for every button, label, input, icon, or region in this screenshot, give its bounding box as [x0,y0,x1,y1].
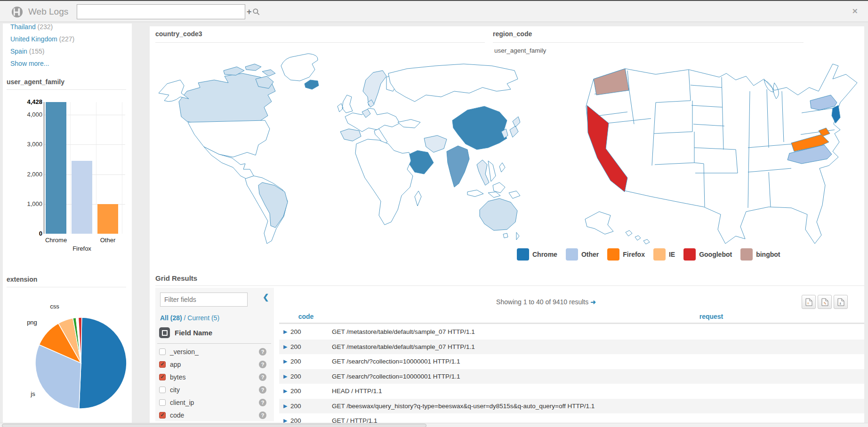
field-checkbox[interactable]: ✓ [159,348,166,355]
collapse-panel-icon[interactable]: ❮ [263,293,269,301]
legend-label: Googlebot [699,251,732,258]
bar-Firefox[interactable] [72,161,92,234]
tab-all-fields[interactable]: All (28) [160,314,182,322]
results-info-text: Showing 1 to 40 of 9410 results [496,298,588,306]
grid-results-title: Grid Results [155,274,197,282]
facet-item[interactable]: Show more... [10,57,123,70]
table-row[interactable]: ▶ 200 HEAD / HTTP/1.1 [279,384,864,399]
country-spain[interactable] [340,129,361,141]
expand-row-icon[interactable]: ▶ [283,344,288,350]
field-checkbox[interactable]: ✓ [159,412,166,419]
facet-link[interactable]: Thailand [10,23,36,31]
add-search-button[interactable]: + [244,6,263,18]
bar-Other[interactable] [97,204,118,234]
table-row[interactable]: ▶ 200 GET /metastore/table/default/sampl… [279,340,864,355]
country-iran[interactable] [424,135,447,152]
country-scandinavia[interactable] [363,71,386,105]
country-russia[interactable] [388,64,518,102]
state-hawaii-inset[interactable] [626,230,650,244]
divider [7,89,126,90]
search-input[interactable] [77,4,245,19]
field-item: ✓ client_ip ? [159,396,271,409]
field-checkbox[interactable]: ✓ [159,374,166,380]
table-row[interactable]: ▶ 200 GET /search/?collection=10000001 H… [279,369,864,384]
cell-code: 200 [290,343,332,350]
table-row[interactable]: ▶ 200 GET /metastore/table/default/sampl… [279,324,864,340]
facet-item[interactable]: Thailand (232) [10,21,123,33]
us-map-title: region_code [493,30,532,38]
tab-current-fields[interactable]: Current (5) [187,314,219,322]
legend-swatch [683,248,696,261]
next-page-arrow-icon[interactable]: ➜ [590,298,596,306]
country-africa[interactable] [355,139,413,225]
horizontal-scrollbar-thumb[interactable] [2,424,426,427]
country-india[interactable] [447,146,469,187]
field-item: ✓ app ? [159,358,271,371]
extension-pie-chart[interactable] [28,310,134,416]
country-japan[interactable] [510,117,520,137]
user-agent-bar-chart[interactable]: 4,4284,0003,0002,0001,0000ChromeFirefoxO… [23,96,126,252]
pie-slice-s0[interactable] [79,317,127,409]
svg-text:✎: ✎ [823,301,827,305]
expand-row-icon[interactable]: ▶ [283,388,288,394]
facet-item[interactable]: Spain (155) [10,45,123,57]
expand-row-icon[interactable]: ▶ [283,358,288,364]
country-turkey[interactable] [398,119,420,128]
facet-link[interactable]: Show more... [10,60,49,67]
legend-swatch [566,248,578,261]
filter-fields-input[interactable] [160,293,248,307]
column-header-code[interactable]: code [289,313,322,320]
y-axis-tick: 4,428 [23,98,42,105]
expand-row-icon[interactable]: ▶ [283,329,288,335]
field-checkbox[interactable]: ✓ [159,399,166,406]
state-washington[interactable] [594,69,629,95]
cell-request: GET /beeswax/query_history?q-type=beeswa… [332,403,595,410]
country-vietnam[interactable] [488,161,496,182]
x-axis-label: Firefox [61,245,103,252]
country-iceland[interactable] [305,80,319,89]
field-checkbox[interactable]: ✓ [159,387,166,393]
country-madagascar[interactable] [415,191,421,206]
country-usa[interactable] [188,120,270,157]
facet-link[interactable]: Spain [10,47,27,55]
help-icon[interactable]: ? [259,386,266,394]
world-choropleth-map[interactable] [153,46,520,255]
help-icon[interactable]: ? [259,348,266,356]
country-europe[interactable] [345,108,400,132]
help-icon[interactable]: ? [259,373,266,381]
help-icon[interactable]: ? [259,361,266,368]
help-icon[interactable]: ? [259,399,266,406]
close-icon[interactable]: ✕ [852,7,858,16]
select-all-checkbox[interactable] [159,327,170,338]
country-saudi-arabia[interactable] [407,150,434,174]
country-indonesia[interactable] [467,182,520,198]
horizontal-scrollbar [0,423,868,427]
facet-link[interactable]: United Kingdom [10,35,57,43]
export-xls-button[interactable]: x̄ [834,295,848,309]
country-thailand[interactable] [477,160,489,185]
country-china[interactable] [452,106,507,150]
country-tasmania-nz[interactable] [503,232,519,240]
country-australia[interactable] [480,198,517,230]
legend-label: Chrome [532,251,557,258]
y-axis-tick: 4,000 [23,111,42,118]
country-greenland[interactable] [281,54,318,81]
table-row[interactable]: ▶ 200 GET /search/?collection=10000001 H… [279,354,864,369]
field-name: _version_ [170,348,199,356]
expand-row-icon[interactable]: ▶ [283,403,288,409]
facet-item[interactable]: United Kingdom (227) [10,33,123,45]
bar-Chrome[interactable] [46,102,66,234]
field-checkbox[interactable]: ✓ [159,361,166,368]
country-uk[interactable] [338,95,353,113]
state-alaska-inset[interactable] [585,212,613,234]
country-philippines[interactable] [499,163,505,172]
export-json-button[interactable]: ✎ [818,295,832,309]
expand-row-icon[interactable]: ▶ [283,373,288,380]
us-choropleth-map[interactable] [580,50,863,248]
help-icon[interactable]: ? [259,411,266,419]
table-row[interactable]: ▶ 200 GET /beeswax/query_history?q-type=… [279,399,864,414]
legend-label: IE [669,251,675,258]
hue-logo-icon[interactable] [11,6,23,18]
column-header-request[interactable]: request [664,313,758,320]
export-csv-button[interactable]: ıı [802,295,816,309]
